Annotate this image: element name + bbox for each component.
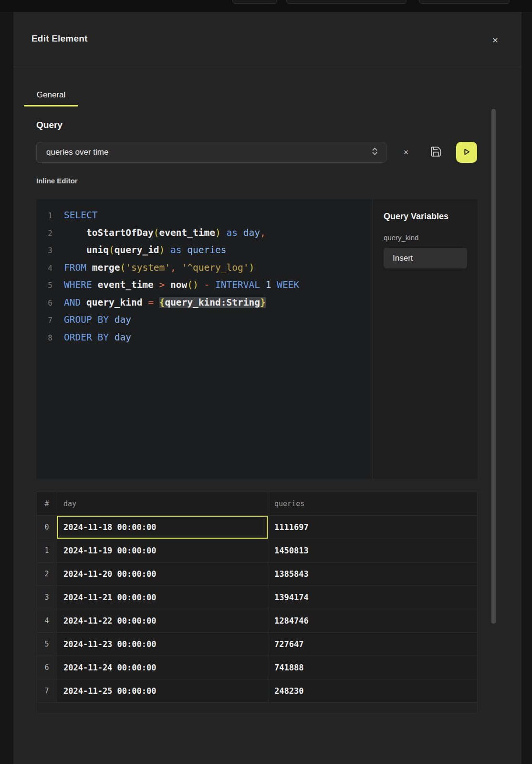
sql-editor[interactable]: 1SELECT2 toStartOfDay(event_time) as day…	[36, 199, 372, 479]
day-cell[interactable]: 2024-11-20 00:00:00	[57, 562, 268, 586]
line-number: 1	[36, 207, 52, 224]
query-section-heading: Query	[36, 120, 63, 130]
line-number: 2	[36, 225, 52, 242]
queries-cell[interactable]: 741888	[268, 656, 477, 679]
row-index-cell: 6	[37, 656, 57, 679]
line-number: 5	[36, 277, 52, 294]
top-toolbar	[0, 0, 532, 12]
modal-title: Edit Element	[31, 33, 87, 44]
code-line-content: ORDER BY day	[52, 329, 131, 346]
play-icon	[461, 147, 472, 159]
queries-cell[interactable]: 248230	[268, 679, 477, 703]
row-index-cell: 5	[37, 633, 57, 656]
code-line-content: toStartOfDay(event_time) as day,	[52, 224, 266, 242]
table-footer	[37, 703, 477, 713]
queries-cell[interactable]: 1385843	[268, 562, 477, 586]
day-cell[interactable]: 2024-11-25 00:00:00	[57, 679, 268, 703]
row-index-cell: 7	[37, 679, 57, 703]
column-header-index: #	[37, 492, 57, 516]
queries-cell[interactable]: 1284746	[268, 609, 477, 633]
code-line: 6AND query_kind = {query_kind:String}	[36, 294, 372, 312]
line-number: 3	[36, 242, 52, 259]
query-variables-title: Query Variables	[384, 212, 467, 222]
code-line-content: uniq(query_id) as queries	[52, 242, 227, 259]
query-select[interactable]: queries over time	[36, 142, 386, 163]
inline-editor-label: Inline Editor	[36, 177, 78, 185]
code-line: 2 toStartOfDay(event_time) as day,	[36, 224, 372, 242]
run-query-button[interactable]	[456, 142, 477, 163]
toolbar-button-1[interactable]	[232, 0, 277, 4]
clear-query-button[interactable]: ×	[398, 146, 414, 159]
queries-cell[interactable]: 1394174	[268, 586, 477, 609]
tab-general[interactable]: General	[24, 85, 78, 106]
column-header-queries: queries	[268, 492, 477, 516]
insert-variable-button[interactable]: Insert	[384, 248, 467, 268]
line-number: 4	[36, 260, 52, 277]
code-line-content: SELECT	[52, 207, 97, 224]
header-divider	[13, 67, 522, 67]
code-lines: 1SELECT2 toStartOfDay(event_time) as day…	[36, 207, 372, 346]
code-line-content: GROUP BY day	[52, 311, 131, 329]
day-cell[interactable]: 2024-11-19 00:00:00	[57, 539, 268, 562]
queries-cell[interactable]: 1111697	[268, 516, 477, 539]
code-line-content: WHERE event_time > now() - INTERVAL 1 WE…	[52, 276, 299, 294]
code-line: 3 uniq(query_id) as queries	[36, 242, 372, 259]
code-line-content: FROM merge('system', '^query_log')	[52, 259, 254, 276]
row-index-cell: 3	[37, 586, 57, 609]
variable-name: query_kind	[384, 233, 467, 242]
row-index-cell: 2	[37, 562, 57, 586]
row-index-cell: 1	[37, 539, 57, 562]
code-line-content: AND query_kind = {query_kind:String}	[52, 294, 266, 311]
modal-scrollbar[interactable]	[491, 109, 496, 624]
editor-container: 1SELECT2 toStartOfDay(event_time) as day…	[36, 199, 478, 479]
page: Edit Element × General Query queries ove…	[0, 0, 532, 764]
day-cell[interactable]: 2024-11-18 00:00:00	[57, 516, 268, 539]
line-number: 8	[36, 329, 52, 347]
column-header-day: day	[57, 492, 268, 516]
day-cell[interactable]: 2024-11-23 00:00:00	[57, 633, 268, 656]
code-line: 8ORDER BY day	[36, 329, 372, 347]
query-variables-panel: Query Variables query_kind Insert	[372, 199, 478, 479]
close-icon[interactable]: ×	[488, 32, 503, 48]
day-cell[interactable]: 2024-11-21 00:00:00	[57, 586, 268, 609]
code-line: 5WHERE event_time > now() - INTERVAL 1 W…	[36, 276, 372, 294]
save-icon	[430, 152, 442, 159]
toolbar-button-3[interactable]	[419, 0, 510, 4]
line-number: 7	[36, 312, 52, 329]
code-line: 7GROUP BY day	[36, 311, 372, 329]
day-cell[interactable]: 2024-11-24 00:00:00	[57, 656, 268, 679]
code-line: 4FROM merge('system', '^query_log')	[36, 259, 372, 277]
code-line: 1SELECT	[36, 207, 372, 224]
queries-cell[interactable]: 727647	[268, 633, 477, 656]
edit-element-modal: Edit Element × General Query queries ove…	[13, 12, 522, 764]
chevron-updown-icon	[371, 147, 378, 158]
save-button[interactable]	[428, 145, 443, 159]
day-cell[interactable]: 2024-11-22 00:00:00	[57, 609, 268, 633]
line-number: 6	[36, 295, 52, 312]
query-select-value: queries over time	[46, 148, 371, 157]
row-index-cell: 0	[37, 516, 57, 539]
toolbar-button-2[interactable]	[286, 0, 407, 4]
row-index-cell: 4	[37, 609, 57, 633]
results-grid: #dayqueries02024-11-18 00:00:00111169712…	[37, 492, 477, 703]
results-table: #dayqueries02024-11-18 00:00:00111169712…	[36, 492, 478, 713]
queries-cell[interactable]: 1450813	[268, 539, 477, 562]
